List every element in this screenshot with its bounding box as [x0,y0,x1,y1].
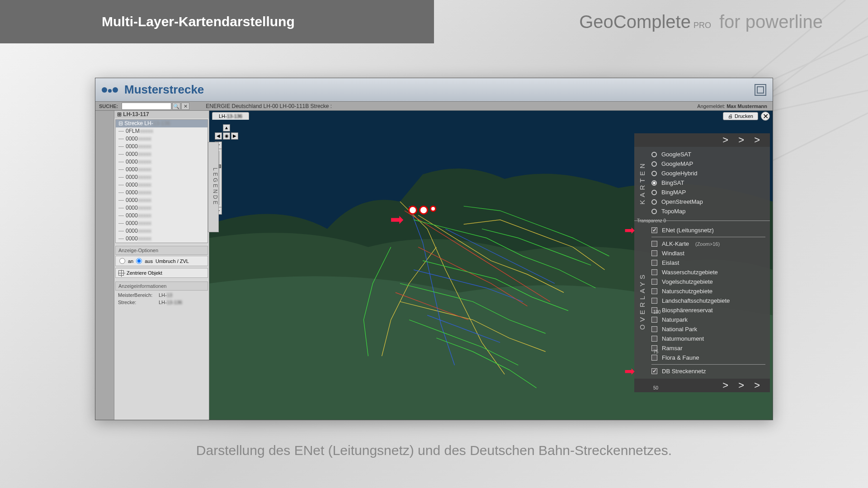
checkbox-icon [651,269,657,275]
tree-root[interactable]: ⊞ LH-13-117 [114,111,209,118]
checkbox-icon [651,336,657,342]
pan-home-button[interactable]: ◉ [223,132,230,140]
overlay-item[interactable]: Wasserschutzgebiete [651,267,765,277]
overlay-item[interactable]: Landschaftsschutzgebiete [651,296,765,305]
sidebar: ⊞ LH-13-117 ⊟ Strecke LH-13-136 —0FLMxxx… [114,111,209,420]
overlay-item[interactable]: ALK-Karte(Zoom>16) [651,239,765,249]
map-tab[interactable]: LH-13-136 [212,112,249,120]
karten-item[interactable]: BingSAT [651,178,765,188]
overlay-item[interactable]: Vogelschutzgebiete [651,277,765,286]
checkbox-icon [651,250,657,256]
radio-icon [651,209,657,214]
tree-item[interactable]: —0000xxxxx [116,143,208,150]
close-map-button[interactable]: ✕ [761,112,770,121]
radio-an[interactable] [119,258,125,264]
title-bar: Musterstrecke [95,78,773,102]
left-rail [95,111,114,420]
search-input[interactable] [122,103,171,110]
highlight-arrow-icon: ➡ [624,223,635,238]
radio-icon [651,152,657,157]
user-info: Angemeldet: Max Mustermann [697,103,773,109]
tree-item[interactable]: —0000xxxxx [116,197,208,204]
logo-icon [102,87,118,93]
info-meister: MeisterBereich:LH-13 [114,291,209,299]
checkbox-icon [651,368,657,374]
center-object-button[interactable]: Zentriere Objekt [115,268,208,278]
radio-icon [651,199,657,205]
checkbox-icon [651,326,657,332]
radio-icon [651,171,657,176]
display-options-row: an aus Umbruch / ZVL [115,256,208,266]
checkbox-icon [651,241,657,247]
radio-icon [651,180,657,186]
info-header: Anzeigeinformationen [115,282,208,291]
tree-item[interactable]: —0000xxxxx [116,181,208,189]
karten-item[interactable]: TopoMap [651,206,765,216]
karten-item[interactable]: OpenStreetMap [651,197,765,206]
tree-item[interactable]: —0000xxxxx [116,212,208,220]
window-title: Musterstrecke [124,83,204,97]
crosshair-icon [118,270,124,276]
tree-item[interactable]: —0000xxxxx [116,227,208,235]
tree-view[interactable]: ⊟ Strecke LH-13-136 —0FLMxxxxx—0000xxxxx… [115,119,208,243]
karten-item[interactable]: BingMAP [651,188,765,197]
karten-item[interactable]: GoogleHybrid [651,169,765,178]
checkbox-icon [651,279,657,285]
page-title: Multi-Layer-Kartendarstellung [102,14,295,29]
tree-item[interactable]: —0000xxxxx [116,235,208,243]
checkbox-icon [651,317,657,323]
map-tabs: LH-13-136 [212,112,249,120]
header-band: Multi-Layer-Kartendarstellung [0,0,434,43]
radio-icon [651,161,657,167]
tree-item[interactable]: —0000xxxxx [116,220,208,227]
breadcrumb: ENERGIE Deutschland LH-00 LH-00-111B Str… [206,103,332,109]
pan-left-button[interactable]: ◀ [215,132,222,140]
overlay-item[interactable]: ➡ENet (Leitungsnetz) [651,225,765,235]
legend-tab[interactable]: LEGENDE [208,142,219,232]
tree-item[interactable]: —0000xxxxx [116,135,208,143]
karten-item[interactable]: GoogleSAT [651,150,765,159]
info-strecke: Strecke:LH-13-136 [114,299,209,306]
map-arrow-icon: ➡ [390,210,404,229]
radio-icon [651,190,657,195]
overlay-item[interactable]: Eislast [651,258,765,267]
checkbox-icon [651,298,657,304]
search-clear-button[interactable]: ✕ [181,103,189,110]
highlight-arrow-icon: ➡ [624,364,635,379]
search-button[interactable]: 🔍 [172,103,180,110]
checkbox-icon [651,260,657,266]
map-markers [408,206,436,215]
layer-panel: > > > KARTEN GoogleSATGoogleMAPGoogleHyb… [634,133,770,392]
tree-item[interactable]: —0000xxxxx [116,204,208,212]
tree-item[interactable]: —0000xxxxx [116,174,208,181]
pan-up-button[interactable]: ▲ [223,124,230,131]
overlays-label: OVERLAYS [638,272,646,330]
radio-aus[interactable] [136,258,142,264]
app-window: Musterstrecke SUCHE: 🔍 ✕ ENERGIE Deutsch… [95,78,773,420]
tree-item[interactable]: —0FLMxxxxx [116,127,208,135]
search-label: SUCHE: [95,103,122,109]
tree-item-selected[interactable]: ⊟ Strecke LH-13-136 [116,120,208,127]
maximize-button[interactable] [755,84,766,96]
display-options-header: Anzeige-Optionen [115,246,208,255]
panel-collapse-top[interactable]: > > > [634,133,770,147]
tree-item[interactable]: —0000xxxxx [116,189,208,197]
transparency-slider[interactable]: 100 75 50 25 [661,313,670,420]
print-button[interactable]: 🖨 Drucken [723,112,758,120]
caption: Darstellung des ENet (Leitungsnetz) und … [0,443,868,458]
tree-item[interactable]: —0000xxxxx [116,150,208,158]
tree-item[interactable]: —0000xxxxx [116,158,208,166]
map-area[interactable]: LH-13-136 🖨 Drucken ✕ ▲ ◀◉▶ + − ➡ [209,111,773,420]
overlay-item[interactable]: Naturschutzgebiete [651,286,765,296]
toolbar: SUCHE: 🔍 ✕ ENERGIE Deutschland LH-00 LH-… [95,102,773,111]
overlay-item[interactable]: Windlast [651,249,765,258]
brand: GeoCompletePRO for powerline [579,12,823,32]
checkbox-icon [651,288,657,294]
karten-label: KARTEN [638,161,646,205]
karten-item[interactable]: GoogleMAP [651,159,765,169]
pan-right-button[interactable]: ▶ [231,132,238,140]
tree-item[interactable]: —0000xxxxx [116,166,208,174]
checkbox-icon [651,227,657,233]
checkbox-icon [651,355,657,361]
